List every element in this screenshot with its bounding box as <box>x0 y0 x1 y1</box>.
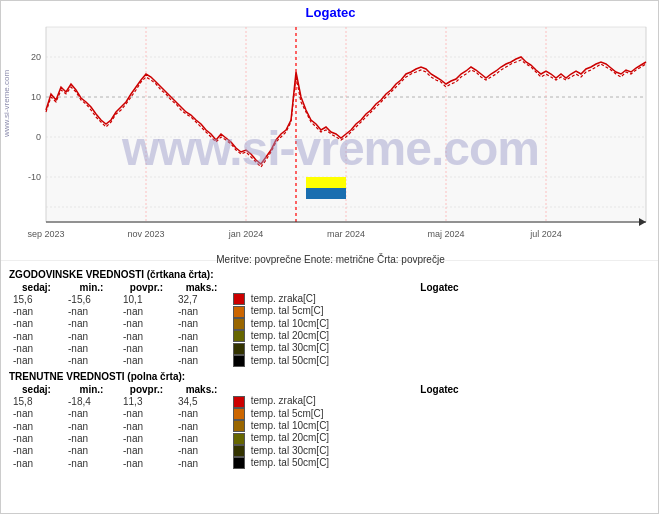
cell-povpr-2-5: -nan <box>119 457 174 469</box>
cell-sedaj-2-1: -nan <box>9 408 64 420</box>
cell-min-2-5: -nan <box>64 457 119 469</box>
cell-min-1-2: -nan <box>64 318 119 330</box>
cell-maks-2-2: -nan <box>174 420 229 432</box>
col-povpr-1: povpr.: <box>119 282 174 293</box>
cell-sedaj-1-4: -nan <box>9 342 64 354</box>
legend-color-1-3 <box>233 330 245 342</box>
legend-color-2-1 <box>233 408 245 420</box>
cell-min-1-5: -nan <box>64 355 119 367</box>
svg-text:maj 2024: maj 2024 <box>427 229 464 239</box>
cell-min-2-3: -nan <box>64 432 119 444</box>
legend-color-2-2 <box>233 420 245 432</box>
chart-title: Logatec <box>1 1 659 22</box>
cell-legend-1-3: temp. tal 20cm[C] <box>229 330 650 342</box>
table-row: -nan -nan -nan -nan temp. tal 20cm[C] <box>9 330 650 342</box>
legend-color-1-1 <box>233 306 245 318</box>
section1-title: ZGODOVINSKE VREDNOSTI (črtkana črta): <box>9 269 650 280</box>
svg-rect-23 <box>326 177 346 188</box>
cell-maks-1-4: -nan <box>174 342 229 354</box>
cell-legend-1-2: temp. tal 10cm[C] <box>229 318 650 330</box>
section1-table: sedaj: min.: povpr.: maks.: Logatec 15,6… <box>9 282 650 367</box>
col-logatec-2: Logatec <box>229 384 650 395</box>
table-row: -nan -nan -nan -nan temp. tal 30cm[C] <box>9 342 650 354</box>
svg-text:jan 2024: jan 2024 <box>228 229 264 239</box>
cell-legend-2-4: temp. tal 30cm[C] <box>229 445 650 457</box>
svg-rect-21 <box>306 177 326 188</box>
legend-label-2-1: temp. tal 5cm[C] <box>251 408 324 419</box>
legend-color-1-0 <box>233 293 245 305</box>
legend-label-1-0: temp. zraka[C] <box>251 293 316 304</box>
col-maks-2: maks.: <box>174 384 229 395</box>
cell-sedaj-2-5: -nan <box>9 457 64 469</box>
svg-text:nov 2023: nov 2023 <box>127 229 164 239</box>
cell-min-1-0: -15,6 <box>64 293 119 305</box>
cell-min-2-2: -nan <box>64 420 119 432</box>
cell-min-1-3: -nan <box>64 330 119 342</box>
cell-legend-2-1: temp. tal 5cm[C] <box>229 408 650 420</box>
cell-min-1-1: -nan <box>64 305 119 317</box>
cell-legend-1-0: temp. zraka[C] <box>229 293 650 305</box>
section2-table: sedaj: min.: povpr.: maks.: Logatec 15,8… <box>9 384 650 469</box>
cell-sedaj-2-3: -nan <box>9 432 64 444</box>
cell-maks-2-5: -nan <box>174 457 229 469</box>
cell-min-2-4: -nan <box>64 445 119 457</box>
cell-povpr-1-0: 10,1 <box>119 293 174 305</box>
legend-label-2-5: temp. tal 50cm[C] <box>251 457 329 468</box>
cell-povpr-2-4: -nan <box>119 445 174 457</box>
table-row: -nan -nan -nan -nan temp. tal 10cm[C] <box>9 420 650 432</box>
cell-legend-1-1: temp. tal 5cm[C] <box>229 305 650 317</box>
col-sedaj-2: sedaj: <box>9 384 64 395</box>
cell-maks-2-4: -nan <box>174 445 229 457</box>
section2-title: TRENUTNE VREDNOSTI (polna črta): <box>9 371 650 382</box>
cell-legend-2-3: temp. tal 20cm[C] <box>229 432 650 444</box>
legend-color-1-5 <box>233 355 245 367</box>
table-row: -nan -nan -nan -nan temp. tal 50cm[C] <box>9 355 650 367</box>
cell-maks-1-3: -nan <box>174 330 229 342</box>
cell-legend-2-0: temp. zraka[C] <box>229 395 650 407</box>
cell-legend-2-2: temp. tal 10cm[C] <box>229 420 650 432</box>
cell-povpr-1-5: -nan <box>119 355 174 367</box>
svg-text:0: 0 <box>36 132 41 142</box>
legend-color-2-3 <box>233 433 245 445</box>
cell-povpr-1-3: -nan <box>119 330 174 342</box>
cell-maks-1-0: 32,7 <box>174 293 229 305</box>
data-section: ZGODOVINSKE VREDNOSTI (črtkana črta): se… <box>1 261 658 473</box>
col-povpr-2: povpr.: <box>119 384 174 395</box>
cell-maks-1-1: -nan <box>174 305 229 317</box>
table-row: -nan -nan -nan -nan temp. tal 20cm[C] <box>9 432 650 444</box>
legend-color-1-4 <box>233 343 245 355</box>
legend-label-2-3: temp. tal 20cm[C] <box>251 432 329 443</box>
table-row: -nan -nan -nan -nan temp. tal 50cm[C] <box>9 457 650 469</box>
cell-maks-2-1: -nan <box>174 408 229 420</box>
col-sedaj-1: sedaj: <box>9 282 64 293</box>
table-row: -nan -nan -nan -nan temp. tal 5cm[C] <box>9 408 650 420</box>
legend-label-1-4: temp. tal 30cm[C] <box>251 342 329 353</box>
cell-legend-1-4: temp. tal 30cm[C] <box>229 342 650 354</box>
cell-sedaj-1-1: -nan <box>9 305 64 317</box>
legend-label-1-1: temp. tal 5cm[C] <box>251 305 324 316</box>
legend-label-2-2: temp. tal 10cm[C] <box>251 420 329 431</box>
cell-povpr-1-1: -nan <box>119 305 174 317</box>
cell-povpr-2-3: -nan <box>119 432 174 444</box>
svg-text:mar 2024: mar 2024 <box>327 229 365 239</box>
cell-sedaj-2-0: 15,8 <box>9 395 64 407</box>
col-min-2: min.: <box>64 384 119 395</box>
legend-label-1-5: temp. tal 50cm[C] <box>251 355 329 366</box>
table-row: 15,8 -18,4 11,3 34,5 temp. zraka[C] <box>9 395 650 407</box>
cell-min-1-4: -nan <box>64 342 119 354</box>
cell-legend-1-5: temp. tal 50cm[C] <box>229 355 650 367</box>
cell-sedaj-1-0: 15,6 <box>9 293 64 305</box>
legend-label-1-3: temp. tal 20cm[C] <box>251 330 329 341</box>
chart-svg: 20 10 0 -10 sep 2023 nov 2023 jan 2024 m… <box>1 22 659 252</box>
legend-label-2-4: temp. tal 30cm[C] <box>251 445 329 456</box>
cell-maks-1-2: -nan <box>174 318 229 330</box>
svg-text:10: 10 <box>31 92 41 102</box>
legend-color-2-5 <box>233 457 245 469</box>
table-row: -nan -nan -nan -nan temp. tal 5cm[C] <box>9 305 650 317</box>
svg-text:20: 20 <box>31 52 41 62</box>
legend-color-2-0 <box>233 396 245 408</box>
table-row: -nan -nan -nan -nan temp. tal 30cm[C] <box>9 445 650 457</box>
cell-sedaj-1-5: -nan <box>9 355 64 367</box>
cell-povpr-2-0: 11,3 <box>119 395 174 407</box>
svg-text:-10: -10 <box>28 172 41 182</box>
